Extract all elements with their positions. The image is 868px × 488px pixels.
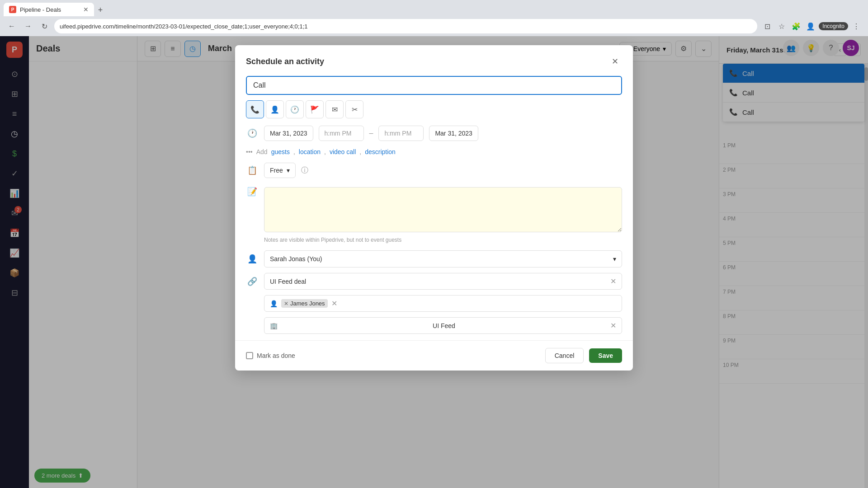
assignee-select[interactable]: Sarah Jonas (You) ▾ <box>264 250 622 267</box>
linked-contact-row: 👤 ✕ James Jones ✕ <box>264 295 622 312</box>
end-date-input[interactable]: Mar 31, 2023 <box>429 126 478 141</box>
type-clock-button[interactable]: 🕐 <box>286 100 304 118</box>
more-menu-icon[interactable]: ⋮ <box>850 20 863 33</box>
status-label: Free <box>270 167 283 174</box>
modal-header: Schedule an activity ✕ <box>235 45 633 76</box>
mark-done-label[interactable]: Mark as done <box>246 352 295 359</box>
more-options-row: ••• Add guests, location, video call, de… <box>246 148 622 155</box>
linked-org-clear-button[interactable]: ✕ <box>610 321 616 330</box>
clock-icon: 🕐 <box>246 127 259 140</box>
contact-name-label: James Jones <box>290 300 325 307</box>
person-icon: 👤 <box>246 253 259 265</box>
type-scissors-button[interactable]: ✂ <box>345 100 363 118</box>
contact-tag-remove-button[interactable]: ✕ <box>284 300 288 307</box>
active-tab[interactable]: P Pipeline - Deals ✕ <box>4 3 94 16</box>
url-text: uifeed.pipedrive.com/timeline/month/2023… <box>60 23 308 30</box>
tab-bar: P Pipeline - Deals ✕ + <box>0 0 868 16</box>
add-label: Add <box>256 148 268 155</box>
new-tab-button[interactable]: + <box>94 4 107 16</box>
modal-footer: Mark as done Cancel Save <box>235 340 633 371</box>
incognito-badge: Incognito <box>819 22 848 30</box>
bookmark-icon[interactable]: ☆ <box>775 20 788 33</box>
tab-title: Pipeline - Deals <box>20 6 61 13</box>
notes-icon: 📝 <box>246 185 259 198</box>
linked-contact-clear-button[interactable]: ✕ <box>331 299 337 308</box>
type-flag-button[interactable]: 🚩 <box>306 100 324 118</box>
modal-close-button[interactable]: ✕ <box>608 54 622 69</box>
add-video-call-link[interactable]: video call <box>330 148 356 155</box>
start-date-input[interactable]: Mar 31, 2023 <box>264 126 313 141</box>
reload-button[interactable]: ↻ <box>38 20 51 33</box>
start-time-placeholder: h:mm PM <box>325 130 352 137</box>
browser-chrome: P Pipeline - Deals ✕ + ← → ↻ uifeed.pipe… <box>0 0 868 36</box>
time-dash: – <box>369 129 373 137</box>
cast-icon[interactable]: ⊡ <box>761 20 774 33</box>
tab-close-button[interactable]: ✕ <box>83 6 89 13</box>
link-icon: 🔗 <box>246 275 259 288</box>
activity-name-input[interactable] <box>246 76 622 95</box>
profile-icon[interactable]: 👤 <box>804 20 817 33</box>
end-date-label: Mar 31, 2023 <box>435 130 472 137</box>
type-person-button[interactable]: 👤 <box>266 100 284 118</box>
add-description-link[interactable]: description <box>365 148 396 155</box>
save-button[interactable]: Save <box>589 348 622 363</box>
status-select[interactable]: Free ▾ <box>264 163 296 178</box>
linked-deal-clear-button[interactable]: ✕ <box>610 277 616 286</box>
notes-hint: Notes are visible within Pipedrive, but … <box>264 237 622 243</box>
linked-deal-label: UI Feed deal <box>270 278 306 285</box>
more-options-dots: ••• <box>246 148 253 155</box>
info-icon[interactable]: ⓘ <box>301 166 308 175</box>
cancel-button[interactable]: Cancel <box>545 348 584 363</box>
assignee-label: Sarah Jonas (You) <box>270 255 322 263</box>
mark-done-checkbox[interactable] <box>246 352 253 359</box>
start-date-label: Mar 31, 2023 <box>270 130 307 137</box>
contact-person-icon: 👤 <box>270 300 278 307</box>
comma-1: , <box>293 148 295 155</box>
contact-tag: ✕ James Jones <box>281 299 328 308</box>
linked-org-item: 🏢 UI Feed ✕ <box>264 317 622 334</box>
browser-actions: ⊡ ☆ 🧩 👤 Incognito ⋮ <box>761 20 863 33</box>
modal-body: 📞 👤 🕐 🚩 ✉ ✂ 🕐 Mar 31, 2023 h:mm PM <box>235 76 633 340</box>
notes-textarea[interactable] <box>264 187 622 232</box>
type-email-button[interactable]: ✉ <box>326 100 344 118</box>
linked-deal-row: 🔗 UI Feed deal ✕ <box>246 273 622 290</box>
address-bar: ← → ↻ uifeed.pipedrive.com/timeline/mont… <box>0 16 868 36</box>
modal-overlay: Schedule an activity ✕ 📞 👤 🕐 🚩 ✉ ✂ <box>0 36 868 488</box>
comma-3: , <box>359 148 361 155</box>
end-time-placeholder: h:mm PM <box>384 130 411 137</box>
linked-org-label: UI Feed <box>433 322 455 329</box>
url-bar[interactable]: uifeed.pipedrive.com/timeline/month/2023… <box>54 19 757 33</box>
linked-contact-item: 👤 ✕ James Jones ✕ <box>264 295 622 312</box>
status-row: 📋 Free ▾ ⓘ <box>246 163 622 178</box>
add-guests-link[interactable]: guests <box>271 148 290 155</box>
end-time-input[interactable]: h:mm PM <box>378 126 424 141</box>
assignee-row: 👤 Sarah Jonas (You) ▾ <box>246 250 622 267</box>
modal-left: 📞 👤 🕐 🚩 ✉ ✂ 🕐 Mar 31, 2023 h:mm PM <box>246 76 622 333</box>
type-call-button[interactable]: 📞 <box>246 100 264 118</box>
mark-done-text: Mark as done <box>257 352 295 359</box>
comma-2: , <box>324 148 326 155</box>
status-dropdown-icon: ▾ <box>287 167 290 174</box>
datetime-row: 🕐 Mar 31, 2023 h:mm PM – h:mm PM Mar 31,… <box>246 126 622 141</box>
notes-row: 📝 Notes are visible within Pipedrive, bu… <box>246 185 622 243</box>
linked-org-row: 🏢 UI Feed ✕ <box>264 317 622 334</box>
activity-type-bar: 📞 👤 🕐 🚩 ✉ ✂ <box>246 100 622 118</box>
forward-button[interactable]: → <box>22 20 34 33</box>
assignee-chevron-icon: ▾ <box>613 255 616 263</box>
back-button[interactable]: ← <box>5 20 18 33</box>
tab-favicon: P <box>9 6 16 13</box>
modal-title: Schedule an activity <box>246 57 324 66</box>
extensions-icon[interactable]: 🧩 <box>790 20 802 33</box>
status-icon: 📋 <box>246 164 259 177</box>
org-icon: 🏢 <box>270 322 278 329</box>
schedule-activity-modal: Schedule an activity ✕ 📞 👤 🕐 🚩 ✉ ✂ <box>235 45 633 371</box>
linked-deal-item: UI Feed deal ✕ <box>264 273 622 290</box>
start-time-input[interactable]: h:mm PM <box>319 126 364 141</box>
add-location-link[interactable]: location <box>299 148 321 155</box>
